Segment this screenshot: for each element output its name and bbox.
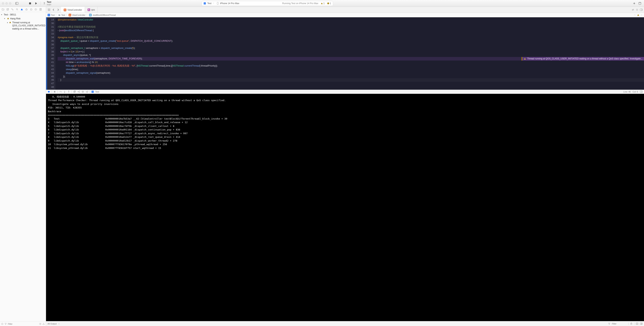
chevron-right-icon: 〉 [56, 14, 58, 16]
disclosure-triangle-icon[interactable]: ▾ [4, 17, 6, 20]
svg-rect-7 [639, 2, 641, 3]
pill-app: Test [208, 2, 212, 5]
tab-qos[interactable]: h qos [85, 7, 98, 13]
status-line: Line: 46 [623, 91, 631, 93]
warning-triangle-icon[interactable] [637, 14, 639, 16]
code-content[interactable]: @implementation ViewController //测试信号量是否… [56, 17, 644, 90]
svg-rect-19 [49, 10, 50, 11]
tab-label: ViewController [68, 9, 82, 11]
warning-count-badge[interactable]: 1 [321, 2, 325, 5]
pill-status: Running Test on iPhone 14 Pro Max [282, 2, 318, 5]
runtime-issue-badge[interactable]: 1 [327, 2, 331, 5]
step-out-icon[interactable] [68, 90, 70, 93]
nav-forward-button[interactable] [56, 8, 60, 12]
tree-group[interactable]: ▾ Hang Risk [0, 17, 46, 21]
test-navigator-icon[interactable] [25, 8, 28, 11]
bc-nav-back-icon[interactable] [634, 14, 636, 16]
debug-memory-graph-icon[interactable] [78, 90, 80, 93]
disclosure-triangle-icon[interactable]: ▸ [7, 21, 8, 24]
adjust-editor-icon[interactable] [632, 9, 634, 11]
bc-nav-forward-icon[interactable] [640, 14, 642, 16]
toggle-inspector-icon[interactable] [640, 9, 642, 11]
pause-icon[interactable] [53, 90, 56, 93]
svg-rect-4 [204, 2, 206, 5]
filter-icon [4, 323, 7, 325]
scheme-branch: main [47, 4, 51, 6]
bc-app[interactable]: Test [51, 14, 55, 16]
editor-tab-bar: m ViewController h qos [46, 7, 644, 13]
report-navigator-icon[interactable] [39, 8, 42, 11]
tree-issue[interactable]: ▸ Thread running at QOS_CLASS_USER_INITI… [0, 21, 46, 31]
issue-navigator-icon[interactable] [20, 8, 23, 11]
breakpoint-navigator-icon[interactable] [34, 8, 38, 11]
filter-input[interactable] [8, 323, 38, 325]
runtime-issue-icon [327, 3, 329, 4]
console-filter-input[interactable] [612, 322, 627, 325]
jump-bar: Test 〉 Test 〉 m ViewController 〉 M -test… [46, 13, 644, 17]
activity-status-pill[interactable]: Test 〉 iPhone 14 Pro Max Running Test on… [202, 1, 333, 6]
step-into-icon[interactable] [63, 90, 66, 93]
show-console-view-icon[interactable] [640, 322, 642, 325]
find-navigator-icon[interactable] [16, 8, 18, 11]
filter-errors-icon[interactable] [42, 323, 45, 325]
zoom-window-button[interactable] [9, 2, 11, 5]
console-output[interactable]: 8, 线程优先级 - 0.500000 Thread Performance C… [46, 94, 644, 321]
tab-label: qos [91, 9, 95, 11]
svg-point-30 [79, 92, 80, 93]
chevron-right-icon: 〉 [213, 2, 215, 5]
stop-button[interactable] [28, 1, 32, 6]
separator [40, 2, 41, 5]
bc-group[interactable]: Test [61, 14, 65, 16]
svg-rect-5 [217, 2, 218, 4]
tree-root-label: Test - 36511 [4, 13, 45, 16]
clock-icon[interactable] [39, 323, 41, 325]
minimize-window-button[interactable] [6, 2, 8, 5]
close-window-button[interactable] [2, 2, 4, 5]
editor-options-icon[interactable] [636, 9, 638, 11]
objc-file-icon: m [68, 14, 71, 16]
debug-navigator-icon[interactable] [30, 8, 33, 11]
console-output-selector[interactable]: All Output [48, 322, 56, 325]
editor-area: m ViewController h qos Test 〉 Test 〉 m V… [46, 7, 644, 326]
tree-root[interactable]: ▾ Test - 36511 [0, 13, 46, 17]
line-gutter: 1430313233343536373839404142434445464748 [47, 17, 56, 90]
simulate-location-icon[interactable] [86, 90, 88, 93]
tree-issue-label: Thread running at QOS_CLASS_USER_INITIAT… [12, 21, 46, 31]
bc-symbol[interactable]: -testBlockDifferentThread [92, 14, 116, 16]
symbol-navigator-icon[interactable] [11, 8, 14, 11]
environment-overrides-icon[interactable] [82, 90, 84, 93]
code-editor[interactable]: 1430313233343536373839404142434445464748… [46, 17, 644, 90]
navigator-filter-bar [0, 321, 46, 326]
inline-warning[interactable]: Thread running at QOS_CLASS_USER_INITIAT… [522, 57, 644, 61]
scheme-selector[interactable]: Test main [43, 1, 51, 6]
tab-viewcontroller[interactable]: m ViewController [61, 7, 85, 13]
project-navigator-icon[interactable] [2, 8, 4, 11]
warning-triangle-icon [7, 17, 10, 20]
debug-target[interactable]: Test [95, 91, 99, 93]
toggle-minimap-icon[interactable] [640, 90, 642, 93]
show-variables-view-icon[interactable] [636, 322, 638, 325]
source-control-navigator-icon[interactable] [6, 8, 9, 11]
toggle-navigator-button[interactable] [15, 1, 19, 6]
warning-triangle-icon [9, 21, 12, 24]
related-items-icon[interactable] [47, 8, 51, 12]
svg-rect-37 [641, 323, 642, 324]
bc-file[interactable]: ViewController [72, 14, 85, 16]
svg-point-29 [79, 91, 80, 92]
disclosure-triangle-icon[interactable]: ▾ [1, 13, 3, 16]
step-over-icon[interactable] [59, 90, 62, 93]
nav-back-button[interactable] [52, 8, 56, 12]
run-button[interactable] [34, 1, 38, 6]
add-tab-button[interactable] [632, 1, 636, 6]
library-button[interactable] [638, 1, 642, 6]
trash-icon[interactable] [630, 322, 632, 325]
main-toolbar: Test main Test 〉 iPhone 14 Pro Max Runni… [0, 0, 644, 7]
header-file-icon: h [88, 9, 90, 11]
filter-scope-icon[interactable] [1, 323, 4, 325]
svg-rect-18 [48, 10, 49, 11]
issue-tree: ▾ Test - 36511 ▾ Hang Risk ▸ Thread runn… [0, 12, 46, 321]
status-col: Col: 6 [632, 91, 638, 93]
svg-rect-17 [49, 9, 50, 10]
toggle-breakpoints-icon[interactable] [48, 90, 50, 93]
debug-view-hierarchy-icon[interactable] [73, 90, 76, 93]
